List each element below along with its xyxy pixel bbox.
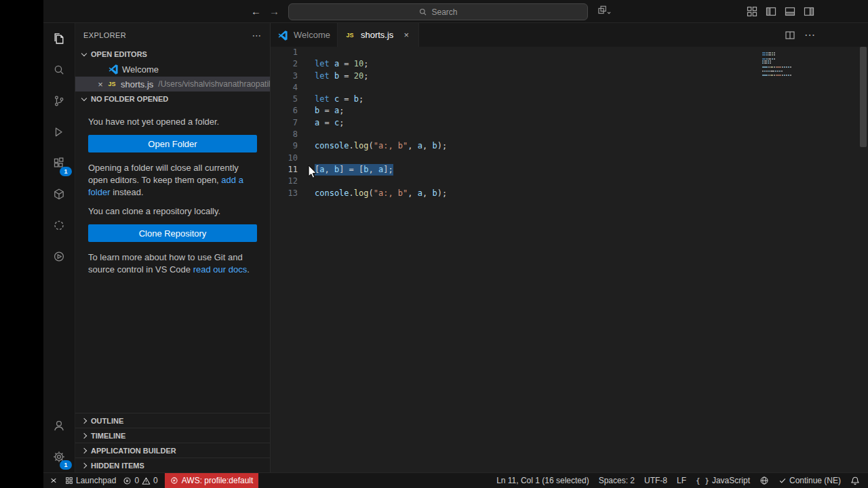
source-control-icon[interactable] — [43, 85, 75, 117]
toggle-panel-icon[interactable] — [784, 5, 796, 18]
search-icon — [418, 7, 427, 16]
explorer-title: EXPLORER — [83, 31, 126, 39]
line-number[interactable]: 6 — [271, 105, 298, 117]
customize-layout-icon[interactable] — [746, 5, 758, 18]
clone-repository-button[interactable]: Clone Repository — [88, 224, 257, 242]
code-line-12[interactable]: 12 — [271, 176, 868, 187]
amazon-q-icon[interactable] — [43, 210, 75, 241]
scrollbar-thumb[interactable] — [860, 47, 867, 147]
open-editor-label: Welcome — [122, 64, 159, 75]
open-editor-welcome[interactable]: Welcome — [75, 62, 270, 77]
line-number[interactable]: 1 — [271, 47, 298, 58]
settings-gear-icon[interactable]: 1 — [43, 441, 75, 472]
split-editor-icon[interactable] — [784, 29, 796, 41]
line-number[interactable]: 3 — [271, 70, 298, 82]
line-number[interactable]: 4 — [271, 82, 298, 94]
more-actions-icon[interactable]: ⋯ — [252, 30, 262, 41]
globe-icon[interactable] — [760, 473, 769, 488]
sidebar-explorer: EXPLORER ⋯ OPEN EDITORS Welcome × JS sho… — [75, 23, 271, 472]
chevron-right-icon — [81, 462, 87, 468]
code-line-6[interactable]: 6b = a; — [271, 105, 868, 117]
tab-welcome[interactable]: Welcome — [271, 23, 338, 47]
workspace-switcher-icon[interactable] — [597, 5, 612, 17]
tab-bar: Welcome JS shorts.js × ⋯ — [271, 23, 868, 47]
launchpad-status-item[interactable]: Launchpad — [65, 473, 116, 488]
code-line-4[interactable]: 4 — [271, 82, 868, 94]
extensions-icon[interactable]: 1 — [43, 148, 75, 179]
eol-status[interactable]: LF — [677, 473, 686, 488]
cursor-position-status[interactable]: Ln 11, Col 1 (16 selected) — [496, 473, 589, 488]
read-our-docs-link[interactable]: read our docs — [193, 264, 248, 274]
line-number[interactable]: 2 — [271, 58, 298, 70]
settings-badge: 1 — [60, 460, 72, 470]
code-line-11[interactable]: 11[a, b] = [b, a]; — [271, 164, 868, 176]
indentation-status[interactable]: Spaces: 2 — [599, 473, 635, 488]
close-editor-icon[interactable]: × — [94, 79, 106, 89]
notifications-bell-icon[interactable] — [850, 473, 860, 488]
search-placeholder: Search — [431, 7, 457, 17]
aws-profile-status-item[interactable]: AWS: profile:default — [165, 473, 259, 488]
activity-bar: 1 1 — [43, 23, 75, 472]
chevron-right-icon — [81, 432, 87, 438]
outline-section-header[interactable]: OUTLINE — [75, 413, 270, 428]
line-number[interactable]: 11 — [271, 164, 298, 176]
code-line-7[interactable]: 7a = c; — [271, 117, 868, 129]
error-circle-icon — [170, 476, 178, 485]
continue-status-item[interactable]: Continue (NE) — [778, 473, 841, 488]
application-builder-section-header[interactable]: APPLICATION BUILDER — [75, 443, 270, 458]
extensions-badge: 1 — [60, 167, 72, 176]
toggle-secondary-sidebar-icon[interactable] — [803, 5, 815, 18]
no-folder-header[interactable]: NO FOLDER OPENED — [75, 92, 270, 106]
line-number[interactable]: 13 — [271, 188, 298, 199]
open-editor-description: /Users/vishalvishvanathraopatil — [158, 79, 270, 89]
minimap[interactable] — [762, 50, 792, 77]
clone-text: You can clone a repository locally. — [88, 205, 257, 218]
editor-more-actions-icon[interactable]: ⋯ — [804, 28, 815, 41]
code-line-10[interactable]: 10 — [271, 152, 868, 164]
problems-status-item[interactable]: 0 0 — [123, 473, 157, 488]
close-tab-icon[interactable]: × — [401, 30, 412, 40]
chevron-right-icon — [81, 447, 87, 453]
aws-toolkit-icon[interactable] — [43, 179, 75, 210]
title-bar: ← → Search — [43, 0, 868, 23]
remote-indicator-icon[interactable] — [49, 473, 58, 488]
encoding-status[interactable]: UTF-8 — [644, 473, 667, 488]
search-bar[interactable]: Search — [288, 3, 588, 20]
explorer-icon[interactable] — [43, 23, 75, 54]
code-line-13[interactable]: 13console.log("a:, b", a, b); — [271, 188, 868, 199]
toggle-primary-sidebar-icon[interactable] — [765, 5, 777, 18]
open-editor-shorts[interactable]: × JS shorts.js /Users/vishalvishvanathra… — [75, 77, 270, 92]
launchpad-icon — [65, 476, 73, 485]
code-line-5[interactable]: 5let c = b; — [271, 94, 868, 105]
line-number[interactable]: 7 — [271, 117, 298, 129]
errors-icon — [123, 476, 132, 485]
forward-button[interactable]: → — [269, 5, 279, 17]
line-number[interactable]: 8 — [271, 129, 298, 140]
vscode-logo-icon — [108, 64, 119, 75]
back-button[interactable]: ← — [251, 5, 261, 17]
search-view-icon[interactable] — [43, 54, 75, 85]
line-number[interactable]: 10 — [271, 152, 298, 164]
open-editors-header[interactable]: OPEN EDITORS — [75, 47, 270, 62]
hidden-items-section-header[interactable]: HIDDEN ITEMS — [75, 458, 270, 472]
accounts-icon[interactable] — [43, 410, 75, 441]
line-number[interactable]: 12 — [271, 176, 298, 187]
vscode-logo-icon — [277, 30, 288, 41]
docs-text: To learn more about how to use Git and s… — [88, 251, 257, 276]
errors-count: 0 — [134, 476, 139, 485]
continue-icon[interactable] — [43, 241, 75, 272]
language-mode-status[interactable]: { } JavaScript — [696, 473, 750, 488]
js-file-icon: JS — [344, 30, 355, 41]
timeline-section-header[interactable]: TIMELINE — [75, 428, 270, 443]
run-debug-icon[interactable] — [43, 117, 75, 148]
tab-shorts-js[interactable]: JS shorts.js × — [338, 23, 419, 47]
code-line-8[interactable]: 8 — [271, 129, 868, 140]
code-line-9[interactable]: 9console.log("a:, b", a, b); — [271, 140, 868, 152]
editor: 12let a = 10;3let b = 20;45let c = b;6b … — [271, 47, 868, 472]
chevron-down-icon — [81, 96, 87, 101]
open-folder-button[interactable]: Open Folder — [88, 135, 257, 152]
line-number[interactable]: 5 — [271, 94, 298, 105]
no-folder-intro-text: You have not yet opened a folder. — [88, 116, 257, 128]
line-number[interactable]: 9 — [271, 140, 298, 152]
js-file-icon: JS — [106, 79, 117, 89]
